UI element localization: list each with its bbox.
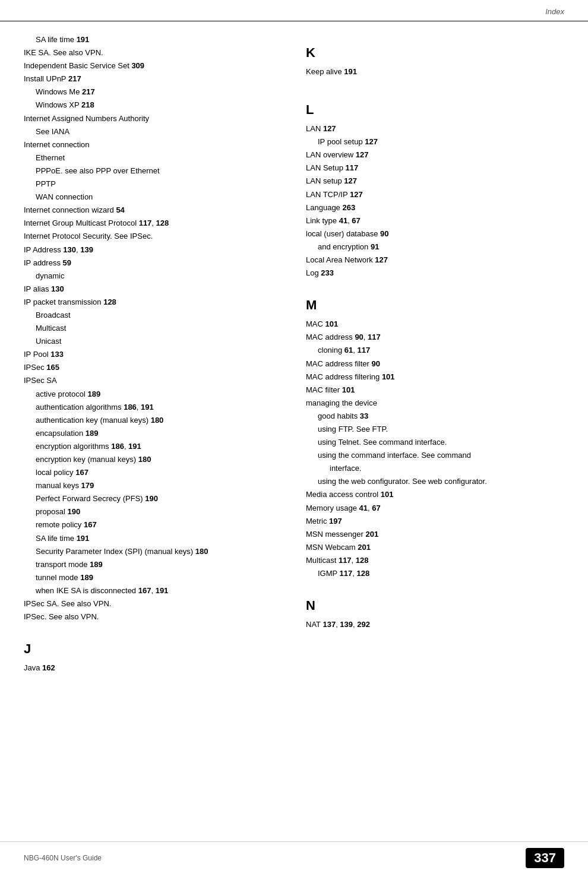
list-item: dynamic (24, 270, 282, 283)
header-title: Index (545, 7, 564, 16)
list-item: proposal 190 (24, 505, 282, 518)
list-item: Security Parameter Index (SPI) (manual k… (24, 545, 282, 558)
list-item: SA life time 191 (24, 33, 282, 46)
list-item: and encryption 91 (306, 240, 564, 254)
left-column: SA life time 191IKE SA. See also VPN.Ind… (24, 33, 282, 675)
list-item: IP pool setup 127 (306, 135, 564, 148)
section-n-letter: N (306, 598, 564, 613)
section-m-letter: M (306, 297, 564, 313)
list-item: Unicast (24, 335, 282, 348)
list-item: IP Address 130, 139 (24, 243, 282, 257)
list-item: Memory usage 41, 67 (306, 502, 564, 515)
list-item: IPSec 165 (24, 361, 282, 374)
list-item: MAC 101 (306, 318, 564, 331)
list-item: cloning 61, 117 (306, 344, 564, 357)
list-item: Local Area Network 127 (306, 254, 564, 267)
list-item: IGMP 117, 128 (306, 567, 564, 580)
list-item: Perfect Forward Secrecy (PFS) 190 (24, 492, 282, 505)
list-item: Language 263 (306, 201, 564, 214)
list-item: authentication algorithms 186, 191 (24, 401, 282, 414)
list-item: Independent Basic Service Set 309 (24, 59, 282, 72)
list-item: IP Pool 133 (24, 348, 282, 361)
list-item: LAN Setup 117 (306, 162, 564, 175)
list-item: manual keys 179 (24, 479, 282, 492)
list-item: Windows XP 218 (24, 99, 282, 112)
list-item: Multicast (24, 322, 282, 335)
list-item: IPSec. See also VPN. (24, 610, 282, 623)
list-item: IP packet transmission 128 (24, 296, 282, 309)
list-item: IP address 59 (24, 257, 282, 270)
list-item: using Telnet. See command interface. (306, 436, 564, 449)
list-item: interface. (306, 462, 564, 475)
section-k-letter: K (306, 45, 564, 61)
list-item: IPSec SA. See also VPN. (24, 597, 282, 610)
list-item: WAN connection (24, 191, 282, 204)
list-item: tunnel mode 189 (24, 571, 282, 584)
list-item: local (user) database 90 (306, 227, 564, 240)
list-item: using the command interface. See command (306, 449, 564, 462)
list-item: SA life time 191 (24, 532, 282, 545)
list-item: encryption key (manual keys) 180 (24, 453, 282, 466)
list-item: MAC address 90, 117 (306, 331, 564, 344)
list-item: encapsulation 189 (24, 427, 282, 440)
list-item: LAN overview 127 (306, 148, 564, 162)
list-item: using FTP. See FTP. (306, 423, 564, 436)
list-item: managing the device (306, 397, 564, 410)
list-item: IKE SA. See also VPN. (24, 46, 282, 59)
list-item: IPSec SA (24, 374, 282, 387)
page-footer: NBG-460N User's Guide 337 (0, 841, 588, 868)
list-item: Internet connection (24, 138, 282, 151)
list-item: See IANA (24, 125, 282, 138)
list-item: local policy 167 (24, 466, 282, 479)
list-item: Keep alive 191 (306, 65, 564, 78)
list-item: IP alias 130 (24, 283, 282, 296)
list-item: PPPoE. see also PPP over Ethernet (24, 164, 282, 178)
list-item: good habits 33 (306, 410, 564, 423)
list-item: Install UPnP 217 (24, 72, 282, 86)
list-item: when IKE SA is disconnected 167, 191 (24, 584, 282, 597)
list-item: Broadcast (24, 309, 282, 322)
list-item: MSN Webcam 201 (306, 541, 564, 554)
list-item: MAC filter 101 (306, 384, 564, 397)
list-item: Internet Assigned Numbers Authority (24, 112, 282, 125)
list-item: LAN TCP/IP 127 (306, 188, 564, 201)
list-item: MSN messenger 201 (306, 528, 564, 541)
list-item: Windows Me 217 (24, 86, 282, 99)
list-item: Internet connection wizard 54 (24, 204, 282, 217)
list-item: encryption algorithms 186, 191 (24, 440, 282, 453)
list-item: Link type 41, 67 (306, 214, 564, 227)
list-item: Metric 197 (306, 515, 564, 528)
section-j-letter: J (24, 641, 282, 657)
footer-left-text: NBG-460N User's Guide (24, 854, 102, 862)
list-item: active protocol 189 (24, 388, 282, 401)
list-item: Media access control 101 (306, 488, 564, 501)
list-item: Log 233 (306, 267, 564, 280)
list-item: Internet Group Multicast Protocol 117, 1… (24, 217, 282, 230)
list-item: MAC address filtering 101 (306, 371, 564, 384)
list-item: Internet Protocol Security. See IPSec. (24, 230, 282, 243)
list-item: NAT 137, 139, 292 (306, 618, 564, 631)
list-item: LAN 127 (306, 122, 564, 135)
list-item: transport mode 189 (24, 558, 282, 571)
list-item: remote policy 167 (24, 518, 282, 531)
section-l-letter: L (306, 102, 564, 118)
page-number: 337 (526, 848, 564, 868)
list-item: authentication key (manual keys) 180 (24, 414, 282, 427)
page-header: Index (0, 0, 588, 21)
list-item: using the web configurator. See web conf… (306, 475, 564, 488)
list-item: PPTP (24, 178, 282, 191)
list-item: Multicast 117, 128 (306, 554, 564, 567)
list-item: Java 162 (24, 661, 282, 675)
list-item: MAC address filter 90 (306, 357, 564, 371)
right-column: K Keep alive 191 L LAN 127IP pool setup … (306, 33, 564, 675)
list-item: LAN setup 127 (306, 175, 564, 188)
list-item: Ethernet (24, 151, 282, 164)
